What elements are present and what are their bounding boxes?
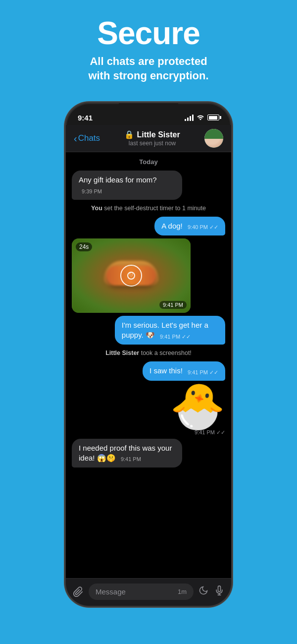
system-msg-sender: Little Sister — [105, 350, 139, 356]
chat-area: Today Any gift ideas for mom? 9:39 PM Yo… — [66, 152, 231, 578]
moon-icon-svg — [198, 585, 208, 595]
hero-subtitle: All chats are protectedwith strong encry… — [10, 55, 287, 83]
svg-point-0 — [128, 272, 135, 279]
contact-name: 🔒 Little Sister — [124, 130, 180, 139]
system-msg-bold: You — [91, 205, 102, 212]
back-button[interactable]: ‹ Chats — [74, 133, 100, 143]
table-row: A dog! 9:40 PM ✓✓ — [72, 217, 225, 235]
table-row: I needed proof this was your idea! 😱🤫 9:… — [72, 439, 225, 468]
play-button[interactable] — [120, 265, 142, 287]
message-time: 9:41 PM ✓✓ — [188, 369, 218, 375]
phone-frame: 9:41 — [64, 102, 233, 607]
system-message-1: You set the self-destruct timer to 1 min… — [72, 205, 225, 212]
checkmarks-icon: ✓✓ — [209, 224, 218, 230]
checkmarks-icon: ✓✓ — [209, 369, 218, 375]
paperclip-icon — [73, 586, 84, 597]
back-chevron-icon: ‹ — [74, 133, 77, 143]
message-time: 9:40 PM ✓✓ — [188, 224, 218, 230]
phone-mockup: 9:41 — [64, 102, 233, 607]
chat-header: ‹ Chats 🔒 Little Sister last seen just n… — [66, 125, 231, 152]
wifi-icon — [197, 114, 204, 121]
message-bubble-sent-2: I'm serious. Let's get her a puppy. 🐶 9:… — [115, 316, 225, 345]
message-bubble-sent-3: I saw this! 9:41 PM ✓✓ — [143, 361, 225, 380]
message-bubble-sent-1: A dog! 9:40 PM ✓✓ — [154, 217, 225, 235]
timer-badge: 24s — [76, 242, 92, 251]
timer-label: 1m — [178, 588, 187, 595]
back-label: Chats — [78, 133, 100, 143]
sticker-emoji: 🐣 — [170, 384, 225, 428]
message-time: 9:41 PM — [121, 456, 141, 462]
mic-icon[interactable] — [214, 585, 224, 598]
system-message-2: Little Sister took a screenshot! — [72, 350, 225, 356]
table-row: 🐣 9:41 PM ✓✓ — [72, 384, 225, 436]
sticker-time: 9:41 PM ✓✓ — [195, 429, 225, 436]
phone-notch — [119, 103, 178, 117]
status-icons — [185, 114, 219, 121]
microphone-icon — [214, 585, 224, 596]
message-bubble-received-1: Any gift ideas for mom? 9:39 PM — [72, 171, 182, 200]
phone-screen: 9:41 — [66, 103, 231, 606]
status-time: 9:41 — [78, 114, 93, 122]
table-row: 24s 9:41 PM — [72, 238, 225, 313]
image-message[interactable]: 24s 9:41 PM — [72, 238, 191, 313]
contact-status: last seen just now — [129, 140, 176, 147]
message-text: Any gift ideas for mom? — [79, 176, 157, 184]
attach-button[interactable] — [73, 586, 84, 597]
lock-icon: 🔒 — [124, 130, 134, 139]
header-center: 🔒 Little Sister last seen just now — [100, 130, 204, 147]
table-row: I saw this! 9:41 PM ✓✓ — [72, 361, 225, 380]
moon-icon[interactable] — [198, 585, 208, 598]
checkmarks-icon: ✓✓ — [182, 334, 191, 340]
sticker-message: 🐣 9:41 PM ✓✓ — [170, 384, 225, 436]
avatar-image — [204, 129, 223, 148]
fire-icon — [127, 271, 136, 280]
avatar[interactable] — [204, 129, 223, 148]
message-input[interactable]: Message 1m — [89, 584, 194, 600]
hero-title: Secure — [10, 15, 287, 52]
image-time: 9:41 PM — [159, 301, 187, 309]
message-time: 9:41 PM ✓✓ — [160, 334, 191, 340]
table-row: I'm serious. Let's get her a puppy. 🐶 9:… — [72, 316, 225, 345]
input-bar: Message 1m — [66, 578, 231, 606]
message-time: 9:39 PM — [82, 188, 102, 194]
message-bubble-received-2: I needed proof this was your idea! 😱🤫 9:… — [72, 439, 182, 468]
message-text: A dog! — [161, 222, 183, 230]
table-row: Any gift ideas for mom? 9:39 PM — [72, 171, 225, 200]
date-divider: Today — [72, 158, 225, 166]
hero-section: Secure All chats are protectedwith stron… — [0, 0, 297, 93]
avatar-hair — [204, 129, 223, 139]
message-text: I saw this! — [149, 366, 183, 375]
battery-icon — [207, 115, 219, 120]
signal-icon — [185, 115, 194, 121]
right-icons — [198, 585, 224, 598]
message-placeholder: Message — [96, 587, 126, 596]
